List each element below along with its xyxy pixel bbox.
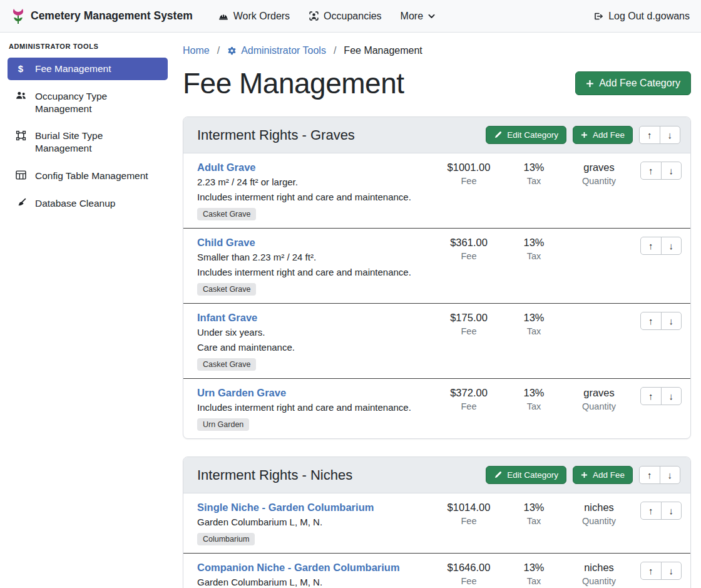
categories: Interment Rights - Graves Edit Category … (183, 116, 691, 588)
sidebar-item-label: Burial Site Type Management (35, 130, 161, 155)
fee-category-card: Interment Rights - Niches Edit Category … (183, 456, 691, 588)
sidebar-item-burial-site-type-management[interactable]: Burial Site Type Management (8, 125, 168, 160)
pencil-icon (494, 131, 502, 139)
sidebar-heading: ADMINISTRATOR TOOLS (9, 43, 168, 50)
fee-name[interactable]: Single Niche - Garden Columbarium (197, 502, 430, 513)
fee-badge: Casket Grave (197, 358, 256, 371)
fee-tax: 13% (501, 562, 566, 574)
sidebar-item-label: Database Cleanup (35, 197, 115, 210)
arrow-up-icon: ↑ (648, 505, 653, 516)
nav-more[interactable]: More (401, 11, 436, 22)
move-fee-up-button[interactable]: ↑ (640, 162, 662, 180)
move-fee-up-button[interactable]: ↑ (640, 502, 662, 520)
logout-button[interactable]: Log Out d.gowans (592, 11, 690, 22)
fee-amount: $1646.00 (436, 562, 501, 574)
fee-row: Child Grave Smaller than 2.23 m² / 24 ft… (183, 228, 690, 303)
fee-quantity: graves (566, 162, 632, 173)
move-fee-down-button[interactable]: ↓ (661, 312, 682, 330)
breadcrumb-admin-tools-link[interactable]: Administrator Tools (227, 45, 326, 56)
nav-work-orders[interactable]: Work Orders (218, 11, 290, 22)
fee-description: Includes interment right and care and ma… (197, 402, 430, 413)
fee-amount-label: Fee (436, 516, 501, 526)
vector-square-icon (14, 130, 27, 141)
fee-reorder-group: ↑ ↓ (640, 387, 682, 405)
move-category-down-button[interactable]: ↓ (660, 466, 681, 484)
sidebar-item-label: Fee Management (35, 63, 111, 75)
fee-quantity-column (566, 312, 632, 314)
move-fee-down-button[interactable]: ↓ (661, 237, 682, 255)
category-header: Interment Rights - Niches Edit Category … (183, 457, 690, 493)
sidebar-item-occupancy-type-management[interactable]: Occupancy Type Management (8, 85, 168, 120)
move-fee-down-button[interactable]: ↓ (661, 387, 682, 405)
nav-more-label: More (401, 11, 423, 22)
add-fee-button[interactable]: Add Fee (573, 126, 633, 144)
fee-badge: Casket Grave (197, 283, 256, 296)
fee-description: Includes interment right and care and ma… (197, 192, 430, 202)
arrow-up-icon: ↑ (648, 165, 653, 176)
edit-category-button[interactable]: Edit Category (486, 466, 566, 484)
fee-info: Urn Garden Grave Includes interment righ… (197, 387, 436, 431)
app-brand[interactable]: Cemetery Management System (11, 8, 193, 25)
sidebar-item-fee-management[interactable]: $ Fee Management (8, 58, 168, 80)
add-fee-button-label: Add Fee (593, 470, 625, 480)
edit-category-button[interactable]: Edit Category (486, 126, 566, 144)
arrow-down-icon: ↓ (668, 130, 673, 140)
fee-badge: Casket Grave (197, 208, 256, 220)
logout-label: Log Out d.gowans (608, 11, 690, 22)
move-category-down-button[interactable]: ↓ (660, 126, 681, 144)
fee-tax: 13% (501, 502, 566, 513)
edit-category-button-label: Edit Category (507, 130, 558, 140)
fee-description: Smaller than 2.23 m² / 24 ft². (197, 252, 430, 262)
category-header: Interment Rights - Graves Edit Category … (183, 117, 690, 153)
main-content: Home / Administrator Tools / Fee Managem… (175, 33, 701, 588)
fee-name[interactable]: Companion Niche - Garden Columbarium (197, 562, 430, 574)
move-fee-up-button[interactable]: ↑ (640, 562, 662, 580)
fee-quantity-column: niches Quantity (566, 502, 632, 526)
breadcrumb: Home / Administrator Tools / Fee Managem… (183, 45, 691, 56)
fee-tax: 13% (501, 312, 566, 324)
fee-name[interactable]: Child Grave (197, 237, 430, 249)
nav-occupancies[interactable]: Occupancies (309, 11, 382, 22)
fee-amount-label: Fee (436, 401, 501, 411)
arrow-down-icon: ↓ (669, 165, 674, 176)
fee-description: Garden Columbarium L, M, N. (197, 577, 430, 587)
add-fee-category-button[interactable]: Add Fee Category (575, 71, 691, 95)
fee-quantity-column: graves Quantity (566, 162, 632, 186)
fee-name[interactable]: Adult Grave (197, 162, 430, 173)
breadcrumb-admin-tools-label: Administrator Tools (241, 45, 326, 56)
move-category-up-button[interactable]: ↑ (639, 466, 660, 484)
move-fee-down-button[interactable]: ↓ (661, 502, 682, 520)
nav-occupancies-label: Occupancies (324, 11, 382, 22)
move-fee-up-button[interactable]: ↑ (640, 312, 662, 330)
sidebar-item-config-table-management[interactable]: Config Table Management (8, 165, 168, 187)
fee-reorder-group: ↑ ↓ (640, 162, 682, 180)
fee-tax-column: 13% Tax (501, 502, 566, 526)
fee-badge: Columbarium (197, 533, 255, 545)
fee-quantity: graves (566, 387, 632, 399)
move-category-up-button[interactable]: ↑ (639, 126, 660, 144)
fee-name[interactable]: Urn Garden Grave (197, 387, 430, 399)
sidebar-item-database-cleanup[interactable]: Database Cleanup (8, 192, 168, 215)
fee-tax-label: Tax (501, 576, 566, 586)
fee-amount-column: $175.00 Fee (436, 312, 501, 336)
add-fee-button[interactable]: Add Fee (573, 466, 633, 484)
move-fee-down-button[interactable]: ↓ (661, 162, 682, 180)
tulip-logo-icon (11, 8, 25, 25)
breadcrumb-home-link[interactable]: Home (183, 45, 210, 56)
move-fee-down-button[interactable]: ↓ (661, 562, 682, 580)
fee-row: Single Niche - Garden Columbarium Garden… (183, 493, 690, 553)
chevron-down-icon (427, 12, 436, 20)
move-fee-up-button[interactable]: ↑ (640, 237, 662, 255)
fee-description: 2.23 m² / 24 ft² or larger. (197, 177, 430, 187)
breadcrumb-separator: / (217, 45, 220, 56)
fee-tax-column: 13% Tax (501, 562, 566, 586)
fee-info: Child Grave Smaller than 2.23 m² / 24 ft… (197, 237, 436, 296)
fee-tax-column: 13% Tax (501, 162, 566, 186)
fee-row: Companion Niche - Garden Columbarium Gar… (183, 553, 690, 588)
move-fee-up-button[interactable]: ↑ (640, 387, 662, 405)
people-icon (14, 91, 27, 100)
category-title: Interment Rights - Niches (197, 467, 352, 483)
fee-name[interactable]: Infant Grave (197, 312, 430, 324)
logout-icon (592, 11, 603, 21)
fee-reorder-group: ↑ ↓ (640, 237, 682, 255)
